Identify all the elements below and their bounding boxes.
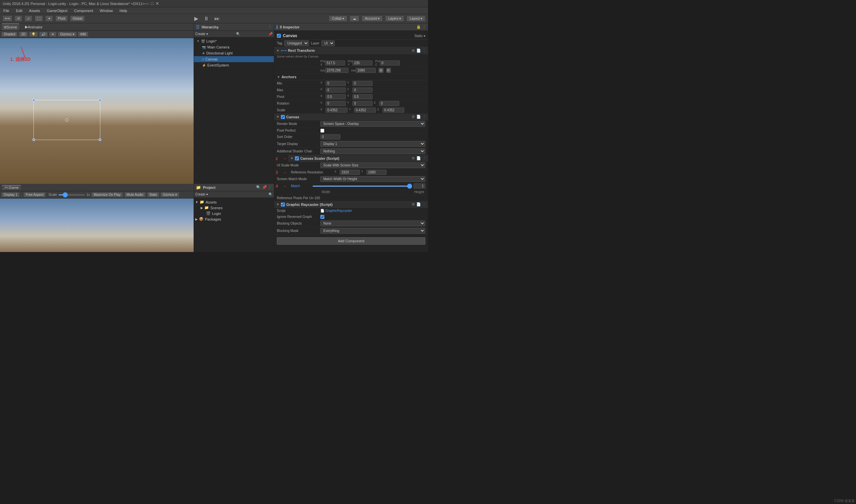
ignore-reversed-checkbox[interactable]	[320, 215, 324, 219]
shaded-dropdown[interactable]: Shaded	[1, 32, 17, 37]
pivot-button[interactable]: Pivot	[55, 16, 68, 21]
rect-r-btn[interactable]: R	[378, 68, 384, 73]
minimize-button[interactable]: —	[144, 1, 149, 6]
blocking-objects-dropdown[interactable]: None	[320, 220, 425, 226]
hierarchy-item-maincamera[interactable]: 📷 Main Camera	[194, 44, 274, 50]
match-value-input[interactable]	[414, 183, 425, 188]
aspect-dropdown[interactable]: Free Aspect	[23, 192, 46, 197]
anchor-min-y-input[interactable]	[353, 81, 373, 86]
lights-button[interactable]: 💡	[29, 32, 38, 37]
maximize-play-button[interactable]: Maximize On Play	[91, 192, 123, 197]
raycaster-more-icon[interactable]: ⋮	[422, 202, 426, 206]
hierarchy-options[interactable]: ⋮	[268, 25, 272, 29]
project-scenes-folder[interactable]: ▶ 📁 Scenes	[195, 205, 272, 211]
additional-shader-dropdown[interactable]: Nothing	[320, 148, 425, 154]
rotation-z-input[interactable]	[379, 101, 399, 106]
height-input[interactable]	[356, 68, 376, 73]
rect-more-icon[interactable]: ⋮	[422, 49, 426, 53]
audio-button[interactable]: 🔊	[39, 32, 48, 37]
graphic-raycaster-section[interactable]: ▼ Graphic Raycaster (Script) ⚙ 📄 ⋮	[274, 201, 428, 208]
play-button[interactable]: ▶	[193, 15, 200, 22]
scaler-more-icon[interactable]: ⋮	[422, 156, 426, 160]
scaler-settings-icon[interactable]: ⚙	[412, 156, 415, 160]
canvas-script-icon[interactable]: 📄	[416, 115, 421, 119]
hierarchy-item-eventsystem[interactable]: ⚡ EventSystem	[194, 62, 274, 68]
tab-game[interactable]: 🎮 Game	[2, 185, 21, 190]
rect-settings-icon[interactable]: ⚙	[412, 49, 415, 53]
pivot-y-input[interactable]	[353, 94, 373, 99]
match-slider[interactable]	[312, 185, 412, 187]
raycaster-settings-icon[interactable]: ⚙	[412, 202, 415, 206]
anchors-section[interactable]: ▼ Anchors	[274, 74, 428, 80]
transform-tool-4[interactable]: ⛶	[35, 16, 43, 21]
pixel-perfect-checkbox[interactable]	[320, 129, 324, 133]
rotation-x-input[interactable]	[326, 101, 346, 106]
menu-file[interactable]: File	[2, 9, 11, 13]
project-options[interactable]: ⋮	[268, 185, 272, 190]
rect-p-btn[interactable]: P	[386, 68, 391, 73]
pause-button[interactable]: ⏸	[202, 15, 210, 22]
width-input[interactable]	[325, 68, 349, 73]
pivot-x-input[interactable]	[326, 94, 346, 99]
transform-tool-3[interactable]: ⤢	[25, 16, 32, 21]
render-mode-dropdown[interactable]: Screen Space - Overlay	[320, 121, 425, 127]
corner-tr[interactable]	[99, 99, 101, 102]
add-component-button[interactable]: Add Component	[277, 237, 425, 245]
project-packages-folder[interactable]: ▶ 📦 Packages	[195, 216, 272, 222]
display-dropdown[interactable]: Display 1	[1, 192, 20, 197]
close-button[interactable]: ✕	[156, 1, 159, 6]
2d-button[interactable]: 2D	[19, 32, 28, 37]
raycaster-enabled-checkbox[interactable]	[281, 202, 285, 206]
all-button[interactable]: #All	[78, 32, 88, 37]
ui-scale-dropdown[interactable]: Scale With Screen Size	[320, 162, 425, 168]
menu-window[interactable]: Window	[98, 9, 114, 13]
object-active-checkbox[interactable]	[277, 34, 281, 38]
pos-x-input[interactable]	[325, 60, 345, 66]
canvas-component-section[interactable]: ▼ Canvas ⚙ 📄 ⋮	[274, 114, 428, 120]
fx-button[interactable]: ✦	[49, 32, 56, 37]
ref-x-input[interactable]	[340, 170, 360, 175]
hierarchy-scene-root[interactable]: ▼ 🎬 Login*	[194, 38, 274, 44]
blocking-mask-dropdown[interactable]: Everything	[320, 228, 425, 234]
target-display-dropdown[interactable]: Display 1	[320, 141, 425, 147]
game-gizmos-button[interactable]: Gizmos ▾	[160, 192, 179, 197]
tab-animator[interactable]: ▶ Animator	[23, 23, 44, 31]
screen-match-dropdown[interactable]: Match Width Or Height	[320, 176, 425, 182]
scale-slider[interactable]	[58, 194, 85, 196]
scale-y-input[interactable]	[354, 108, 376, 113]
corner-tl[interactable]	[32, 99, 35, 102]
rect-transform-section[interactable]: ▼ ⟷ Rect Transform ⚙ 📄 ⋮	[274, 47, 428, 54]
mute-audio-button[interactable]: Mute Audio	[124, 192, 146, 197]
maximize-button[interactable]: □	[151, 1, 154, 6]
tag-dropdown[interactable]: Untagged	[284, 40, 309, 46]
rotation-y-input[interactable]	[353, 101, 373, 106]
menu-gameobject[interactable]: GameObject	[46, 9, 69, 13]
hierarchy-item-dirlight[interactable]: ☀ Directional Light	[194, 50, 274, 56]
global-button[interactable]: Global	[70, 16, 85, 21]
corner-br[interactable]	[99, 138, 101, 141]
canvas-scaler-enabled-checkbox[interactable]	[295, 157, 299, 160]
step-button[interactable]: ⏭	[213, 15, 221, 22]
tab-scene[interactable]: ⧉ Scene	[2, 23, 19, 31]
pos-y-input[interactable]	[353, 60, 373, 66]
sort-order-input[interactable]	[320, 134, 340, 139]
project-assets-folder[interactable]: ▼ 📁 Assets	[195, 199, 272, 205]
project-search-icon[interactable]: 🔍	[256, 185, 261, 190]
canvas-more-icon[interactable]: ⋮	[422, 115, 426, 119]
transform-tool-2[interactable]: ↺	[15, 16, 22, 21]
rect-script-icon[interactable]: 📄	[416, 49, 421, 53]
corner-bl[interactable]	[32, 138, 35, 141]
account-button[interactable]: Account ▾	[362, 16, 382, 21]
transform-tool-5[interactable]: ✦	[46, 16, 53, 21]
anchor-max-y-input[interactable]	[353, 88, 373, 93]
scale-z-input[interactable]	[382, 108, 404, 113]
anchor-max-x-input[interactable]	[326, 88, 346, 93]
transform-tool-1[interactable]: ⟷	[3, 16, 12, 21]
collab-button[interactable]: Collab ▾	[329, 16, 347, 21]
layers-button[interactable]: Layers ▾	[385, 16, 404, 21]
canvas-enabled-checkbox[interactable]	[281, 115, 285, 119]
layer-dropdown[interactable]: UI	[321, 40, 335, 46]
inspector-lock-icon[interactable]: 🔒	[416, 25, 421, 29]
project-create-btn[interactable]: Create ▾	[195, 193, 208, 196]
raycaster-script-icon[interactable]: 📄	[416, 202, 421, 206]
